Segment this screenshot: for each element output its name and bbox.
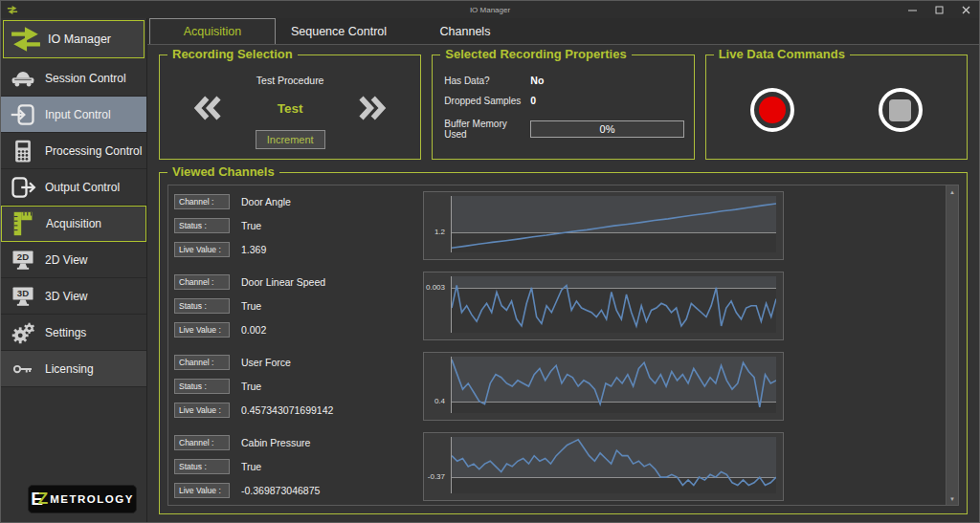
y-tick-label: -0.37: [422, 472, 445, 481]
sidebar-item-label: Output Control: [45, 181, 120, 194]
sidebar-item-label: Settings: [45, 326, 86, 339]
buffer-memory-progressbar: 0%: [530, 120, 683, 138]
channel-tag: Channel :: [174, 435, 230, 450]
previous-recording-icon[interactable]: [192, 95, 225, 121]
status-tag: Status :: [174, 379, 230, 394]
group-title: Live Data Commands: [714, 47, 850, 61]
tab-sequence-control[interactable]: Sequence Control: [276, 18, 402, 44]
sidebar-item-input-control[interactable]: Input Control: [1, 97, 146, 133]
channel-info-user-force: Channel :User Force Status :True Live Va…: [174, 355, 423, 424]
live-data-commands-group: Live Data Commands: [705, 54, 968, 160]
tab-label: Acquisition: [184, 25, 241, 38]
chart-user-force: 0.4: [423, 352, 784, 421]
channel-tag: Channel :: [174, 355, 230, 370]
sidebar-item-label: Processing Control: [45, 144, 142, 158]
channel-live-value: -0.369873046875: [241, 485, 320, 496]
sidebar-item-processing-control[interactable]: Processing Control: [1, 133, 146, 169]
status-tag: Status :: [174, 459, 230, 474]
status-tag: Status :: [174, 218, 230, 233]
calculator-icon: [1, 138, 45, 164]
buffer-memory-percent: 0%: [600, 123, 615, 135]
has-data-value: No: [530, 75, 544, 86]
live-value-tag: Live Value :: [174, 483, 230, 498]
monitor-2d-icon: 2D: [1, 247, 45, 273]
ez-metrology-logo: EZMETROLOGY: [28, 485, 137, 513]
sidebar-item-label: Session Control: [45, 72, 126, 85]
channel-tag: Channel :: [174, 274, 230, 290]
selected-recording-value: Test: [278, 101, 303, 116]
live-value-tag: Live Value :: [174, 403, 230, 418]
viewed-channels-group: Viewed Channels Channel :Door Angle Stat…: [159, 172, 968, 514]
channel-info-column: Channel :Door Angle Status :True Live Va…: [168, 185, 423, 505]
sidebar-item-label: 2D View: [45, 253, 87, 267]
logo-z: Z: [38, 490, 48, 509]
y-tick-label: 0.4: [422, 397, 445, 405]
plot-area: [451, 437, 776, 493]
channel-status: True: [241, 381, 261, 392]
titlebar: IO Manager: [1, 1, 979, 18]
plot-area: [451, 357, 776, 413]
acquisition-page: Recording Selection Test Procedure: [147, 44, 979, 522]
window-title: IO Manager: [1, 6, 979, 14]
test-procedure-label: Test Procedure: [256, 75, 324, 86]
dropped-samples-value: 0: [530, 95, 536, 106]
buffer-memory-label: Buffer Memory Used: [444, 119, 523, 140]
next-recording-icon[interactable]: [355, 95, 388, 121]
svg-text:3D: 3D: [17, 288, 29, 298]
scroll-down-icon[interactable]: ▼: [947, 492, 958, 505]
sidebar: IO Manager Session Control: [1, 18, 147, 522]
sidebar-item-licensing[interactable]: Licensing: [1, 351, 146, 387]
viewed-channels-panel: Channel :Door Angle Status :True Live Va…: [167, 185, 959, 506]
channel-status: True: [241, 300, 261, 312]
sidebar-item-3d-view[interactable]: 3D 3D View: [1, 278, 146, 315]
monitor-3d-icon: 3D: [1, 283, 45, 310]
plot-area: [451, 276, 776, 333]
scroll-up-icon[interactable]: ▲: [947, 185, 958, 198]
group-title: Recording Selection: [167, 47, 298, 61]
record-button[interactable]: [750, 88, 794, 132]
channel-live-value: 0.457343071699142: [241, 404, 333, 416]
channel-info-door-angle: Channel :Door Angle Status :True Live Va…: [174, 194, 423, 263]
stop-button[interactable]: [879, 88, 923, 132]
ruler-icon: [2, 209, 46, 238]
channel-live-value: 0.002: [241, 324, 266, 336]
channel-live-value: 1.369: [241, 244, 266, 255]
chart-door-linear-speed: 0.003: [423, 272, 784, 340]
sidebar-item-acquisition[interactable]: Acquisition: [1, 206, 146, 242]
io-arrows-icon: [4, 24, 48, 54]
sidebar-item-output-control[interactable]: Output Control: [1, 169, 146, 206]
main-area: Acquisition Sequence Control Channels Re…: [147, 18, 979, 522]
group-title: Viewed Channels: [167, 164, 279, 179]
stop-icon: [889, 99, 911, 121]
plot-area: [451, 196, 776, 252]
tab-channels[interactable]: Channels: [402, 18, 528, 44]
scrollbar-track[interactable]: [947, 198, 958, 492]
sidebar-header-io-manager: IO Manager: [3, 20, 145, 58]
sidebar-header-label: IO Manager: [48, 33, 111, 46]
channel-status: True: [241, 461, 261, 472]
sidebar-item-label: Acquisition: [46, 217, 101, 230]
sidebar-item-session-control[interactable]: Session Control: [1, 60, 146, 97]
channel-name: Cabin Pressure: [241, 437, 310, 448]
recording-properties-group: Selected Recording Properties Has Data? …: [432, 54, 694, 160]
live-value-tag: Live Value :: [174, 322, 230, 338]
tab-acquisition[interactable]: Acquisition: [149, 18, 276, 44]
chart-cabin-pressure: -0.37: [423, 432, 784, 501]
y-tick-label: 1.2: [422, 228, 445, 236]
dropped-samples-label: Dropped Samples: [444, 96, 523, 106]
channel-name: Door Angle: [241, 196, 291, 207]
channel-name: User Force: [241, 357, 291, 368]
group-title: Selected Recording Properties: [440, 47, 631, 61]
recording-selection-group: Recording Selection Test Procedure: [159, 54, 421, 160]
tabstrip: Acquisition Sequence Control Channels: [147, 18, 979, 44]
record-icon: [759, 97, 786, 123]
sidebar-item-2d-view[interactable]: 2D 2D View: [1, 242, 146, 278]
sidebar-item-label: Input Control: [45, 108, 111, 121]
channel-info-cabin-pressure: Channel :Cabin Pressure Status :True Liv…: [174, 435, 423, 504]
increment-button[interactable]: Increment: [256, 130, 325, 149]
app-window: IO Manager IO Manager: [0, 0, 980, 523]
sidebar-item-settings[interactable]: Settings: [1, 315, 146, 351]
vertical-scrollbar[interactable]: ▲ ▼: [946, 185, 958, 505]
panel-spacer: [784, 185, 946, 505]
has-data-label: Has Data?: [444, 76, 523, 86]
